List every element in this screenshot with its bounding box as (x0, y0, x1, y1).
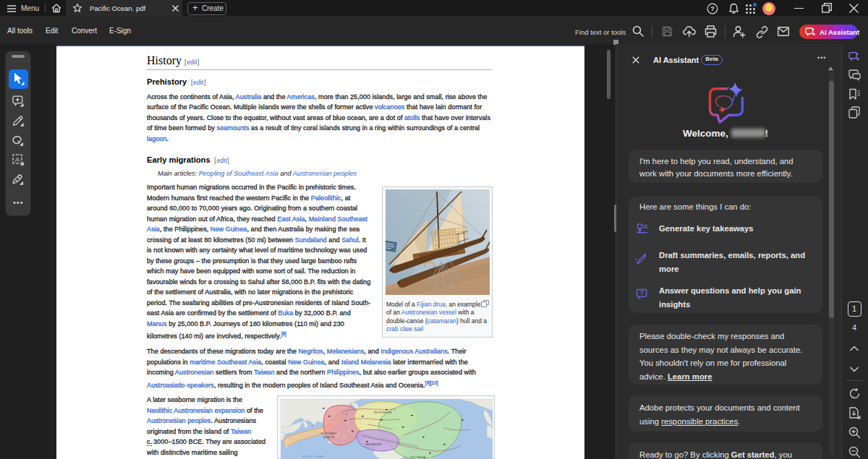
svg-text:ASIA (SI): ASIA (SI) (323, 436, 335, 439)
svg-text:MELANESIA: MELANESIA (365, 443, 381, 446)
svg-text:POLYNESIA: POLYNESIA (410, 456, 426, 459)
svg-text:?: ? (710, 5, 715, 12)
svg-text:?: ? (639, 289, 643, 296)
svg-text:MICRONESIA: MICRONESIA (374, 411, 392, 414)
svg-text:INDIAN OCEAN: INDIAN OCEAN (302, 455, 323, 458)
svg-text:A: A (15, 155, 20, 163)
svg-text:SOUTHEAST: SOUTHEAST (320, 432, 338, 435)
